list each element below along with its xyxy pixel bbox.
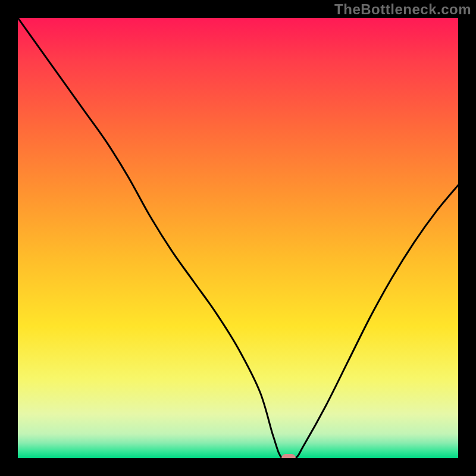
gradient-background (18, 18, 458, 458)
chart-frame: TheBottleneck.com (0, 0, 476, 476)
optimal-marker (281, 454, 296, 458)
chart-svg (18, 18, 458, 458)
watermark-text: TheBottleneck.com (334, 1, 471, 18)
plot-area (18, 18, 458, 458)
